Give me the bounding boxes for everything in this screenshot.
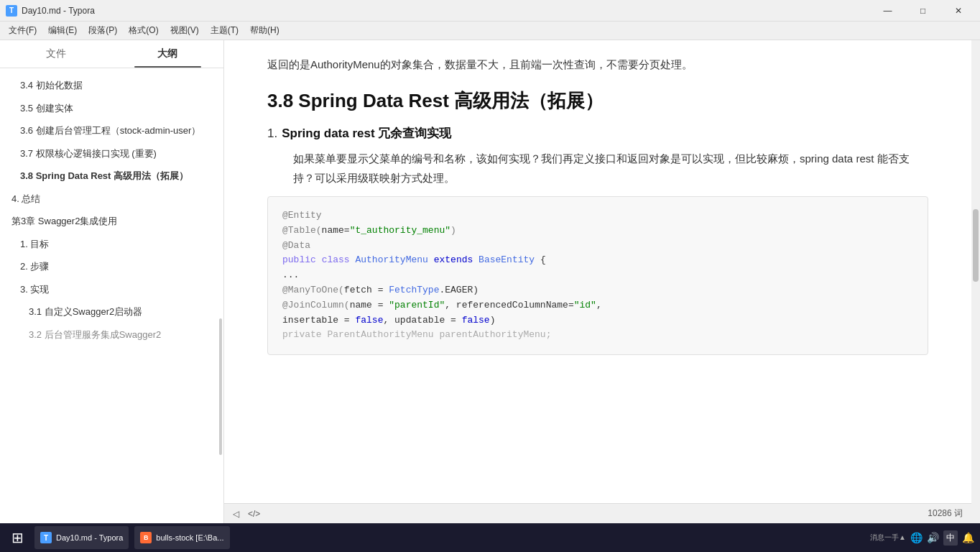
code-line-9: private ParentAuthorityMenu parentAuthor…	[282, 328, 913, 343]
input-method[interactable]: 中	[943, 530, 958, 546]
section-title-h2: 3.8 Spring Data Rest 高级用法（拓展）	[267, 88, 928, 114]
tab-file[interactable]: 文件	[0, 40, 112, 68]
sidebar-scrollbar[interactable]	[219, 318, 222, 455]
word-count: 10286 词	[928, 507, 963, 520]
tray-wedge: 消息一手▲	[870, 533, 906, 543]
taskbar: ⊞ T Day10.md - Typora B bulls-stock [E:\…	[0, 523, 980, 552]
sidebar: 文件 大纲 3.4 初始化数据 3.5 创建实体 3.6 创建后台管理工程（st…	[0, 40, 224, 523]
status-left: ◁ </>	[233, 509, 260, 519]
code-line-6: @ManyToOne(fetch = FetchType.EAGER)	[282, 283, 913, 298]
code-line-2: @Table(name="t_authority_menu")	[282, 224, 913, 239]
close-button[interactable]: ✕	[942, 0, 974, 22]
menu-help[interactable]: 帮助(H)	[244, 23, 285, 38]
menu-file[interactable]: 文件(F)	[3, 23, 42, 38]
status-bar: ◁ </> 10286 词	[224, 503, 971, 523]
title-bar-left: T Day10.md - Typora	[6, 5, 95, 17]
content-paragraph: 如果菜单要显示父菜单的编号和名称，该如何实现？我们再定义接口和返回对象是可以实现…	[293, 149, 928, 188]
start-button[interactable]: ⊞	[6, 526, 29, 549]
menu-bar: 文件(F) 编辑(E) 段落(P) 格式(O) 视图(V) 主题(T) 帮助(H…	[0, 22, 980, 40]
outline-item-3-2[interactable]: 3.2 后台管理服务集成Swagger2	[0, 323, 223, 346]
menu-edit[interactable]: 编辑(E)	[42, 23, 83, 38]
notification-icon[interactable]: 🔔	[962, 532, 974, 543]
code-line-8: insertable = false, updatable = false)	[282, 313, 913, 328]
outline-item-2-steps[interactable]: 2. 步骤	[0, 255, 223, 278]
sidebar-outline-list: 3.4 初始化数据 3.5 创建实体 3.6 创建后台管理工程（stock-ad…	[0, 68, 223, 523]
code-block: @Entity @Table(name="t_authority_menu") …	[267, 196, 928, 355]
code-line-4: public class AuthorityMenu extends BaseE…	[282, 253, 913, 268]
taskbar-typora-label: Day10.md - Typora	[56, 533, 123, 542]
maximize-button[interactable]: □	[907, 0, 939, 22]
taskbar-bulls-label: bulls-stock [E:\Ba...	[156, 533, 223, 542]
network-icon[interactable]: 🌐	[910, 532, 923, 543]
outline-item-1-target[interactable]: 1. 目标	[0, 233, 223, 256]
app-body: 文件 大纲 3.4 初始化数据 3.5 创建实体 3.6 创建后台管理工程（st…	[0, 40, 980, 523]
heading-number: 1.	[267, 126, 277, 141]
sidebar-tabs: 文件 大纲	[0, 40, 223, 68]
outline-item-4[interactable]: 4. 总结	[0, 188, 223, 211]
outline-item-3-4[interactable]: 3.4 初始化数据	[0, 74, 223, 97]
content-scroll[interactable]: 返回的是AuthorityMenu的对象集合，数据量不大，且前端一次性查询，不需…	[224, 40, 971, 503]
window-title: Day10.md - Typora	[22, 6, 95, 16]
code-line-1: @Entity	[282, 208, 913, 224]
code-line-5: ...	[282, 268, 913, 283]
numbered-heading: 1. Spring data rest 冗余查询实现	[267, 125, 928, 142]
tab-outline[interactable]: 大纲	[112, 40, 224, 68]
menu-format[interactable]: 格式(O)	[123, 23, 164, 38]
intro-paragraph: 返回的是AuthorityMenu的对象集合，数据量不大，且前端一次性查询，不需…	[267, 55, 928, 74]
content-area: 返回的是AuthorityMenu的对象集合，数据量不大，且前端一次性查询，不需…	[224, 40, 971, 523]
outline-item-3-6[interactable]: 3.6 创建后台管理工程（stock-admin-user）	[0, 119, 223, 142]
outline-item-3-impl[interactable]: 3. 实现	[0, 278, 223, 301]
code-line-3: @Data	[282, 239, 913, 254]
typora-icon: T	[40, 532, 52, 543]
status-right: 10286 词	[928, 507, 963, 520]
bulls-icon: B	[140, 532, 152, 543]
menu-theme[interactable]: 主题(T)	[205, 23, 244, 38]
title-bar: T Day10.md - Typora — □ ✕	[0, 0, 980, 22]
sys-tray: 消息一手▲ 🌐 🔊 中 🔔	[870, 530, 974, 546]
menu-view[interactable]: 视图(V)	[165, 23, 205, 38]
app-icon: T	[6, 5, 17, 17]
taskbar-item-typora[interactable]: T Day10.md - Typora	[34, 526, 129, 549]
taskbar-item-bulls[interactable]: B bulls-stock [E:\Ba...	[134, 526, 229, 549]
taskbar-left: ⊞ T Day10.md - Typora B bulls-stock [E:\…	[6, 526, 230, 549]
volume-icon[interactable]: 🔊	[927, 532, 939, 543]
scrollbar-thumb[interactable]	[973, 209, 979, 282]
outline-item-3-8[interactable]: 3.8 Spring Data Rest 高级用法（拓展）	[0, 165, 223, 188]
code-line-7: @JoinColumn(name = "parentId", reference…	[282, 298, 913, 313]
outline-item-3-7[interactable]: 3.7 权限核心逻辑接口实现 (重要)	[0, 142, 223, 165]
right-scrollbar[interactable]	[971, 40, 980, 523]
window-controls[interactable]: — □ ✕	[872, 0, 974, 22]
menu-paragraph[interactable]: 段落(P)	[83, 23, 123, 38]
code-view-icon[interactable]: </>	[248, 509, 260, 519]
outline-item-3-5[interactable]: 3.5 创建实体	[0, 97, 223, 120]
outline-item-ch3[interactable]: 第3章 Swagger2集成使用	[0, 210, 223, 233]
outline-item-3-1[interactable]: 3.1 自定义Swagger2启动器	[0, 300, 223, 323]
nav-back-icon[interactable]: ◁	[233, 509, 239, 519]
minimize-button[interactable]: —	[872, 0, 904, 22]
heading-text: Spring data rest 冗余查询实现	[282, 125, 451, 142]
